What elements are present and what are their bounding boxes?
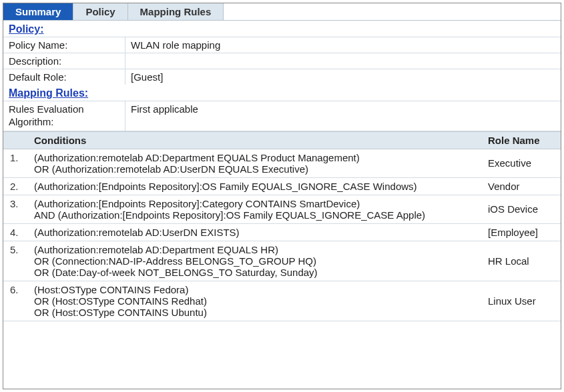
tab-spacer	[224, 3, 561, 20]
cell-rule-number: 1.	[3, 149, 30, 177]
value-default-role: [Guest]	[125, 69, 561, 85]
mapping-rules-heading: Mapping Rules:	[3, 85, 561, 101]
row-default-role: Default Role: [Guest]	[3, 69, 561, 85]
row-description: Description:	[3, 53, 561, 69]
cell-role-name: Linux User	[484, 281, 561, 321]
cell-conditions: (Authorization:remotelab AD:Department E…	[30, 149, 484, 177]
tab-policy[interactable]: Policy	[73, 3, 127, 20]
label-description: Description:	[3, 53, 125, 69]
cell-conditions: (Host:OSType CONTAINS Fedora) OR (Host:O…	[30, 281, 484, 321]
policy-summary-panel: Summary Policy Mapping Rules Policy: Pol…	[3, 3, 561, 389]
row-policy-name: Policy Name: WLAN role mapping	[3, 37, 561, 53]
value-description	[125, 53, 561, 69]
cell-role-name: [Employee]	[484, 224, 561, 241]
value-eval-algorithm: First applicable	[125, 101, 561, 131]
rules-table-body: 1.(Authorization:remotelab AD:Department…	[3, 149, 561, 321]
cell-rule-number: 6.	[3, 281, 30, 321]
table-row[interactable]: 6.(Host:OSType CONTAINS Fedora) OR (Host…	[3, 281, 561, 321]
cell-role-name: iOS Device	[484, 195, 561, 223]
policy-heading: Policy:	[3, 21, 561, 37]
table-row[interactable]: 2.(Authorization:[Endpoints Repository]:…	[3, 178, 561, 195]
table-row[interactable]: 1.(Authorization:remotelab AD:Department…	[3, 149, 561, 178]
tab-bar: Summary Policy Mapping Rules	[3, 3, 561, 21]
tab-mapping-rules[interactable]: Mapping Rules	[128, 3, 224, 20]
cell-role-name: HR Local	[484, 241, 561, 281]
cell-conditions: (Authorization:remotelab AD:Department E…	[30, 241, 484, 281]
label-eval-algorithm: Rules Evaluation Algorithm:	[3, 101, 125, 131]
tab-summary[interactable]: Summary	[3, 3, 73, 20]
cell-conditions: (Authorization:remotelab AD:UserDN EXIST…	[30, 224, 484, 241]
cell-rule-number: 3.	[3, 195, 30, 223]
row-eval-algorithm: Rules Evaluation Algorithm: First applic…	[3, 101, 561, 131]
table-row[interactable]: 5.(Authorization:remotelab AD:Department…	[3, 241, 561, 281]
cell-rule-number: 5.	[3, 241, 30, 281]
table-row[interactable]: 4.(Authorization:remotelab AD:UserDN EXI…	[3, 224, 561, 241]
cell-role-name: Executive	[484, 149, 561, 177]
cell-conditions: (Authorization:[Endpoints Repository]:Ca…	[30, 195, 484, 223]
cell-role-name: Vendor	[484, 178, 561, 195]
label-policy-name: Policy Name:	[3, 37, 125, 53]
cell-rule-number: 2.	[3, 178, 30, 195]
cell-rule-number: 4.	[3, 224, 30, 241]
rules-table-header: Conditions Role Name	[3, 131, 561, 149]
col-header-num	[3, 132, 30, 149]
table-row[interactable]: 3.(Authorization:[Endpoints Repository]:…	[3, 195, 561, 224]
col-header-role: Role Name	[484, 132, 561, 149]
cell-conditions: (Authorization:[Endpoints Repository]:OS…	[30, 178, 484, 195]
label-default-role: Default Role:	[3, 69, 125, 85]
col-header-conditions: Conditions	[30, 132, 484, 149]
value-policy-name: WLAN role mapping	[125, 37, 561, 53]
